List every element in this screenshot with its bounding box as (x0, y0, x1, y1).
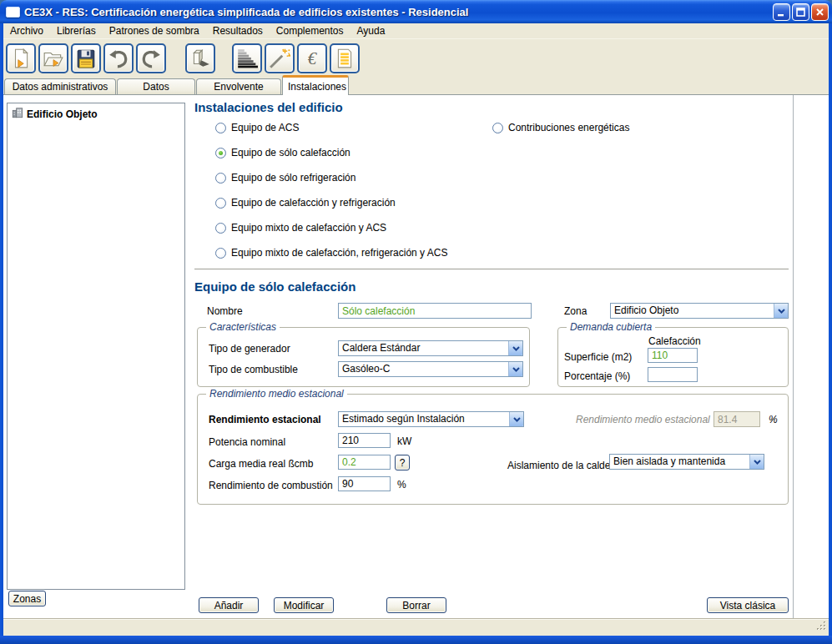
energy-rating-button[interactable] (232, 43, 262, 73)
radio-equipo-solo-refrigeracion[interactable]: Equipo de sólo refrigeración (215, 172, 355, 184)
radio-label: Equipo de sólo refrigeración (231, 172, 355, 184)
window-border-bottom (0, 636, 832, 644)
rendimiento-title: Rendimiento medio estacional (206, 388, 347, 400)
rendimiento-medio-label: Rendimiento medio estacional (576, 414, 710, 425)
menu-librerias[interactable]: Librerías (50, 23, 103, 39)
save-floppy-icon (73, 48, 99, 69)
porcentaje-input[interactable] (648, 367, 698, 382)
radio-circle[interactable] (215, 173, 226, 184)
undo-button[interactable] (103, 43, 134, 73)
tab-datos-generales[interactable]: Datos generales (117, 78, 195, 95)
close-button[interactable] (811, 3, 829, 21)
building-icon (12, 107, 23, 121)
menu-resultados[interactable]: Resultados (206, 23, 270, 39)
chevron-down-icon[interactable] (508, 341, 522, 355)
report-document-icon (331, 48, 358, 69)
chevron-down-icon[interactable] (508, 362, 522, 376)
nombre-input[interactable] (338, 303, 532, 319)
radio-equipo-mixto-calefaccion-refrigeracion-acs[interactable]: Equipo mixto de calefacción, refrigeraci… (215, 247, 447, 259)
menu-complementos[interactable]: Complementos (270, 23, 350, 39)
potencia-unit: kW (397, 435, 411, 447)
carga-help-button[interactable]: ? (395, 455, 410, 470)
rendimiento-medio-input (714, 411, 760, 427)
radio-equipo-solo-calefaccion[interactable]: Equipo de sólo calefacción (215, 147, 350, 158)
porcentaje-label: Porcentaje (%) (564, 370, 630, 382)
modificar-button[interactable]: Modificar (274, 597, 334, 613)
radio-circle[interactable] (215, 198, 226, 209)
euro-icon: € (299, 48, 325, 69)
radio-equipo-mixto-calefaccion-acs[interactable]: Equipo mixto de calefacción y ACS (215, 222, 386, 234)
section-title-instalaciones: Instalaciones del edificio (194, 100, 343, 114)
radio-equipo-acs[interactable]: Equipo de ACS (215, 122, 299, 133)
title-bar: CE3X - RES: Certificación energética sim… (0, 0, 832, 23)
open-file-button[interactable] (38, 43, 68, 73)
borrar-button[interactable]: Borrar (386, 597, 446, 613)
tab-strip: Datos administrativos Datos generales En… (3, 77, 829, 95)
chevron-down-icon[interactable] (774, 304, 788, 318)
nombre-label: Nombre (207, 305, 243, 317)
energy-rating-bars-icon (234, 48, 260, 69)
tipo-combustible-select[interactable]: Gasóleo-C (338, 361, 523, 377)
rendimiento-estacional-label: Rendimiento estacional (209, 414, 321, 425)
zonas-button[interactable]: Zonas (8, 591, 46, 606)
magic-wand-icon (266, 48, 293, 69)
minimize-button[interactable] (773, 3, 790, 21)
wizard-button[interactable] (265, 43, 295, 73)
superficie-label: Superficie (m2) (564, 351, 632, 363)
tab-envolvente-termica[interactable]: Envolvente térmica (196, 78, 281, 95)
radio-label: Equipo de calefacción y refrigeración (231, 197, 396, 209)
window-title: CE3X - RES: Certificación energética sim… (24, 6, 468, 18)
euro-cost-button[interactable]: € (297, 43, 327, 73)
radio-circle[interactable] (215, 123, 226, 133)
building-tree-panel: Edificio Objeto (7, 103, 185, 590)
zona-select[interactable]: Edificio Objeto (610, 303, 789, 319)
anadir-button[interactable]: Añadir (199, 597, 259, 613)
undo-arrow-icon (105, 48, 132, 69)
menu-patrones-de-sombra[interactable]: Patrones de sombra (103, 23, 206, 39)
rendimiento-medio-unit: % (769, 414, 778, 425)
carga-media-label: Carga media real ßcmb (209, 458, 313, 470)
radio-circle[interactable] (215, 223, 226, 234)
chevron-down-icon[interactable] (509, 412, 523, 426)
tree-item-label: Edificio Objeto (27, 108, 98, 120)
window-border-left (0, 23, 3, 636)
tipo-generador-select[interactable]: Caldera Estándar (338, 340, 523, 356)
radio-circle[interactable] (492, 123, 503, 133)
zona-select-value: Edificio Objeto (611, 304, 774, 318)
open-folder-icon (40, 48, 67, 69)
tipo-generador-value: Caldera Estándar (339, 341, 508, 355)
chevron-down-icon[interactable] (749, 455, 764, 469)
menu-archivo[interactable]: Archivo (3, 23, 50, 39)
superficie-input[interactable] (648, 348, 698, 363)
tipo-combustible-value: Gasóleo-C (339, 362, 508, 376)
new-file-button[interactable] (6, 43, 36, 73)
maximize-button[interactable] (792, 3, 809, 21)
caracteristicas-title: Características (206, 321, 280, 333)
section-title-equipo: Equipo de sólo calefacción (194, 279, 355, 294)
save-button[interactable] (71, 43, 101, 73)
tab-datos-administrativos[interactable]: Datos administrativos (4, 78, 116, 95)
aislamiento-select[interactable]: Bien aislada y mantenida (609, 454, 764, 470)
rendimiento-combustion-input[interactable] (338, 476, 391, 491)
resize-grip-icon[interactable] (816, 621, 827, 634)
shadow-patterns-button[interactable] (185, 43, 215, 73)
tipo-combustible-label: Tipo de combustible (209, 364, 298, 375)
application-window: CE3X - RES: Certificación energética sim… (0, 0, 832, 644)
radio-label: Equipo de sólo calefacción (231, 147, 350, 158)
tree-item-edificio-objeto[interactable]: Edificio Objeto (8, 103, 184, 121)
radio-circle[interactable] (215, 148, 226, 158)
rendimiento-estacional-select[interactable]: Estimado según Instalación (338, 411, 524, 427)
report-button[interactable] (330, 43, 360, 73)
potencia-nominal-input[interactable] (338, 433, 391, 448)
shadow-box-icon (187, 48, 214, 69)
tab-instalaciones[interactable]: Instalaciones (282, 75, 349, 95)
radio-contribuciones-energeticas[interactable]: Contribuciones energéticas (492, 122, 629, 133)
app-icon (6, 7, 20, 18)
radio-circle[interactable] (215, 248, 226, 259)
radio-equipo-calefaccion-refrigeracion[interactable]: Equipo de calefacción y refrigeración (215, 197, 396, 209)
redo-button[interactable] (136, 43, 166, 73)
carga-media-input[interactable] (338, 455, 391, 470)
menu-ayuda[interactable]: Ayuda (350, 23, 392, 39)
menu-bar: Archivo Librerías Patrones de sombra Res… (3, 23, 829, 39)
vista-clasica-button[interactable]: Vista clásica (707, 597, 789, 613)
